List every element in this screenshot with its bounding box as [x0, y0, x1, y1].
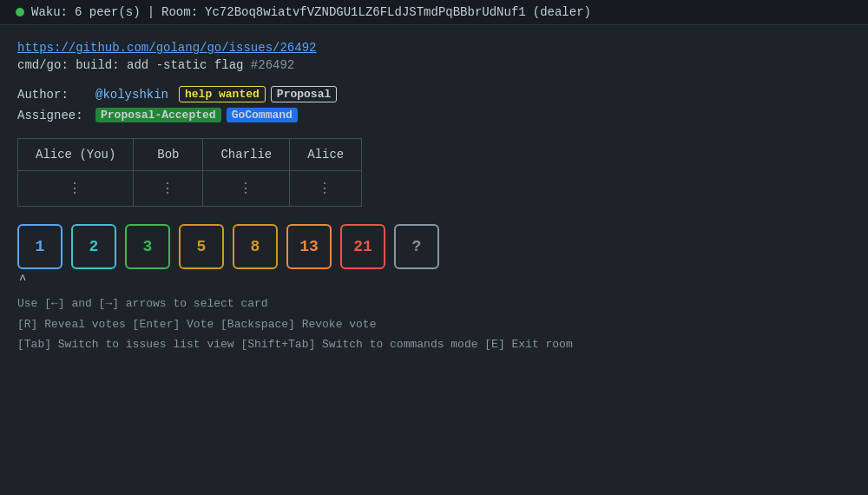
status-dot	[16, 8, 24, 16]
issue-title-text: cmd/go: build: add -static flag	[17, 58, 243, 72]
help-section: Use [←] and [→] arrows to select card [R…	[17, 295, 851, 353]
card-8[interactable]: 8	[233, 224, 278, 269]
assignee-row: Assignee: Proposal-Accepted GoCommand	[17, 108, 851, 122]
author-row: Author: @kolyshkin help wanted Proposal	[17, 86, 851, 102]
card-5[interactable]: 5	[179, 224, 224, 269]
caret-indicator: ^	[19, 273, 26, 287]
voters-vote-row: ⋮ ⋮ ⋮ ⋮	[18, 171, 362, 207]
voter-header-alice-you: Alice (You)	[18, 139, 134, 171]
author-label: Author:	[17, 88, 95, 102]
voters-header-row: Alice (You) Bob Charlie Alice	[18, 139, 362, 171]
card-2[interactable]: 2	[71, 224, 116, 269]
help-nav-text: [Tab] Switch to issues list view [Shift+…	[17, 338, 573, 351]
tag-gocommand: GoCommand	[227, 108, 298, 122]
help-actions-text: [R] Reveal votes [Enter] Vote [Backspace…	[17, 318, 376, 331]
help-line-3: [Tab] Switch to issues list view [Shift+…	[17, 336, 851, 353]
cards-row: 1 2 3 5 8 13 21 ?	[17, 224, 851, 269]
caret-row: ^	[17, 273, 851, 287]
help-line-1: Use [←] and [→] arrows to select card	[17, 295, 851, 313]
room-label: Room:	[161, 5, 198, 19]
cards-section: 1 2 3 5 8 13 21 ? ^	[17, 224, 851, 287]
voter-header-charlie: Charlie	[203, 139, 290, 171]
help-arrows-text: Use [←] and [→] arrows to select card	[17, 297, 268, 310]
main-content: https://github.com/golang/go/issues/2649…	[0, 25, 868, 364]
meta-section: Author: @kolyshkin help wanted Proposal …	[17, 86, 851, 122]
tag-proposal-accepted: Proposal-Accepted	[95, 108, 221, 122]
tag-help-wanted: help wanted	[179, 86, 266, 102]
voter-header-bob: Bob	[134, 139, 203, 171]
app-name: Waku:	[31, 5, 68, 19]
assignee-label: Assignee:	[17, 109, 95, 122]
vote-alice-you: ⋮	[18, 171, 134, 207]
role: (dealer)	[533, 5, 591, 19]
separator: |	[148, 5, 155, 19]
issue-number: #26492	[251, 58, 294, 72]
topbar: Waku: 6 peer(s) | Room: Yc72Boq8wiatvfVZ…	[0, 0, 868, 25]
vote-alice: ⋮	[290, 171, 362, 207]
author-value: @kolyshkin	[95, 88, 168, 102]
peer-count: 6 peer(s)	[75, 5, 141, 19]
issue-title: cmd/go: build: add -static flag #26492	[17, 58, 851, 72]
issue-link-container: https://github.com/golang/go/issues/2649…	[17, 41, 851, 55]
room-id: Yc72Boq8wiatvfVZNDGU1LZ6FLdJSTmdPqBBbrUd…	[205, 5, 526, 19]
tag-proposal: Proposal	[271, 86, 337, 102]
issue-link[interactable]: https://github.com/golang/go/issues/2649…	[17, 41, 316, 55]
help-line-2: [R] Reveal votes [Enter] Vote [Backspace…	[17, 316, 851, 333]
card-13[interactable]: 13	[286, 224, 332, 269]
vote-charlie: ⋮	[203, 171, 290, 207]
card-1[interactable]: 1	[17, 224, 62, 269]
vote-bob: ⋮	[134, 171, 203, 207]
card-question[interactable]: ?	[394, 224, 439, 269]
voters-table: Alice (You) Bob Charlie Alice ⋮ ⋮ ⋮ ⋮	[17, 138, 362, 207]
voter-header-alice: Alice	[290, 139, 362, 171]
card-3[interactable]: 3	[125, 224, 170, 269]
card-21[interactable]: 21	[340, 224, 385, 269]
